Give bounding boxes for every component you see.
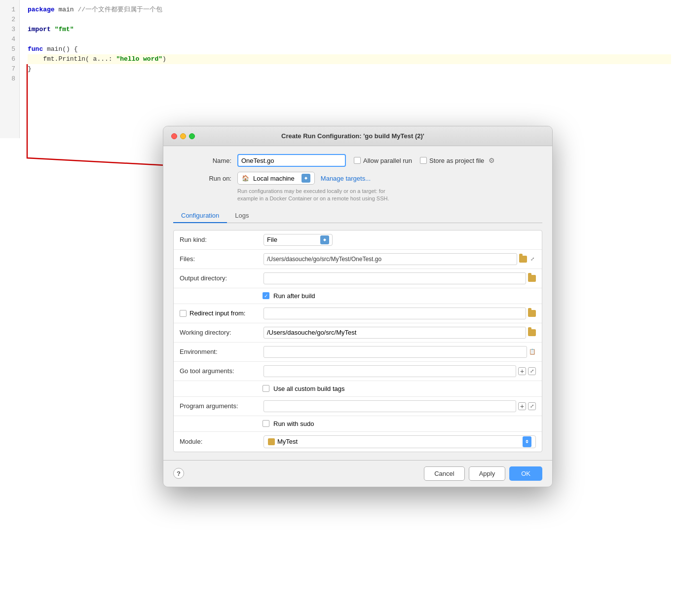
name-row: Name: Allow parallel run Store as projec… <box>173 154 542 167</box>
module-down <box>526 442 528 443</box>
run-kind-down <box>323 240 326 241</box>
redirect-folder-icon[interactable] <box>528 310 536 317</box>
output-dir-input[interactable] <box>264 272 526 284</box>
run-after-build-label: Run after build <box>273 292 315 300</box>
working-dir-row: Working directory: <box>174 323 542 343</box>
working-dir-label: Working directory: <box>180 329 264 336</box>
code-line-3: import "fmt" <box>28 25 671 35</box>
files-folder-icon[interactable] <box>519 256 527 263</box>
program-args-input[interactable] <box>264 400 516 412</box>
module-value: MyTest <box>277 438 298 445</box>
help-text: Run configurations may be executed local… <box>237 188 542 203</box>
code-line-8 <box>28 74 671 84</box>
program-args-label: Program arguments: <box>180 402 264 410</box>
module-folder-icon <box>268 438 275 445</box>
environment-input[interactable] <box>264 346 527 358</box>
working-dir-input[interactable] <box>264 327 526 339</box>
files-icon-group: ⤢ <box>519 256 536 263</box>
code-area: 1 2 3 4 5 6 7 8 package main //一个文件都要归属于… <box>0 0 679 138</box>
redirect-input-field[interactable] <box>264 308 526 319</box>
line-number-4: 4 <box>0 35 19 44</box>
go-tool-plus-btn[interactable]: + <box>518 367 526 375</box>
code-line-4 <box>28 35 671 44</box>
files-label: Files: <box>180 255 264 263</box>
go-tool-args-input[interactable] <box>264 365 516 377</box>
ok-button[interactable]: OK <box>509 466 542 481</box>
environment-label: Environment: <box>180 348 264 355</box>
module-row: Module: MyTest <box>174 432 542 452</box>
dialog-body: Name: Allow parallel run Store as projec… <box>163 146 552 460</box>
go-tool-expand-btn[interactable]: ⤢ <box>528 367 536 375</box>
allow-parallel-checkbox[interactable] <box>354 157 361 164</box>
program-args-expand-btn[interactable]: ⤢ <box>528 402 536 410</box>
working-dir-icon-group <box>528 329 536 336</box>
code-content: package main //一个文件都要归属于一个包 import "fmt"… <box>20 0 679 138</box>
output-dir-row: Output directory: <box>174 269 542 288</box>
run-kind-value: File <box>267 236 277 243</box>
run-after-build-checkbox[interactable]: ✓ <box>263 292 269 299</box>
dialog-footer: ? Cancel Apply OK <box>163 460 552 487</box>
line-number-8: 8 <box>0 74 19 84</box>
env-icon-group: 📋 <box>529 348 536 355</box>
go-tool-args-label: Go tool arguments: <box>180 367 264 375</box>
line-number-3: 3 <box>0 25 19 35</box>
run-with-sudo-checkbox[interactable] <box>263 420 269 427</box>
output-icon-group <box>528 275 536 282</box>
run-after-build-row: ✓ Run after build <box>174 288 542 304</box>
redirect-input-row: Redirect input from: <box>174 304 542 323</box>
files-expand-icon[interactable]: ⤢ <box>529 256 536 263</box>
run-on-dropdown[interactable]: 🏠 Local machine <box>237 172 315 185</box>
code-line-6: fmt.Println( a...: "hello word") <box>28 54 671 64</box>
custom-tags-checkbox[interactable] <box>263 385 269 392</box>
config-section: Run kind: File Files: ⤢ <box>173 230 542 452</box>
env-doc-icon[interactable]: 📋 <box>529 348 536 355</box>
line-number-7: 7 <box>0 64 19 74</box>
run-on-row: Run on: 🏠 Local machine Manage targets..… <box>173 172 542 185</box>
run-config-dialog: Create Run Configuration: 'go build MyTe… <box>163 126 553 487</box>
run-on-label: Run on: <box>173 175 237 182</box>
files-row: Files: ⤢ <box>174 250 542 269</box>
go-tool-plus-expand: + ⤢ <box>518 367 536 375</box>
redirect-input-label-group: Redirect input from: <box>180 309 264 317</box>
redirect-input-label: Redirect input from: <box>189 309 245 317</box>
line-number-2: 2 <box>0 15 19 25</box>
gear-icon[interactable]: ⚙ <box>489 156 495 164</box>
run-with-sudo-row: Run with sudo <box>174 416 542 432</box>
program-args-plus-expand: + ⤢ <box>518 402 536 410</box>
tab-configuration[interactable]: Configuration <box>173 209 227 223</box>
module-label: Module: <box>180 438 264 445</box>
tab-logs[interactable]: Logs <box>227 209 257 223</box>
help-button[interactable]: ? <box>173 468 184 479</box>
run-kind-dropdown[interactable]: File <box>264 234 333 246</box>
apply-button[interactable]: Apply <box>469 466 506 481</box>
program-args-plus-btn[interactable]: + <box>518 402 526 410</box>
line-number-5: 5 <box>0 44 19 54</box>
module-dropdown[interactable]: MyTest <box>264 435 536 448</box>
redirect-checkbox[interactable] <box>180 310 187 317</box>
line-numbers: 1 2 3 4 5 6 7 8 <box>0 0 20 138</box>
output-dir-label: Output directory: <box>180 274 264 282</box>
name-input[interactable] <box>237 154 346 167</box>
code-line-2 <box>28 15 671 25</box>
run-on-stepper[interactable] <box>302 174 310 183</box>
home-icon: 🏠 <box>242 175 249 182</box>
run-kind-stepper[interactable] <box>320 235 329 244</box>
run-kind-label: Run kind: <box>180 236 264 243</box>
code-line-5: func main() { <box>28 44 671 54</box>
output-folder-icon[interactable] <box>528 275 536 282</box>
custom-tags-row: Use all custom build tags <box>174 381 542 397</box>
code-line-1: package main //一个文件都要归属于一个包 <box>28 5 671 15</box>
custom-tags-label: Use all custom build tags <box>273 385 345 392</box>
module-stepper[interactable] <box>523 436 531 447</box>
cancel-button[interactable]: Cancel <box>424 466 464 481</box>
store-project-checkbox[interactable] <box>420 157 427 164</box>
program-args-row: Program arguments: + ⤢ <box>174 397 542 416</box>
footer-buttons: Cancel Apply OK <box>424 466 542 481</box>
working-dir-folder-icon[interactable] <box>528 329 536 336</box>
files-input[interactable] <box>264 253 517 265</box>
store-project-label: Store as project file <box>429 157 484 164</box>
down-arrow <box>304 178 307 180</box>
tabs-row: Configuration Logs <box>173 209 542 223</box>
manage-targets-link[interactable]: Manage targets... <box>321 175 371 182</box>
line-number-6: 6 <box>0 54 19 64</box>
